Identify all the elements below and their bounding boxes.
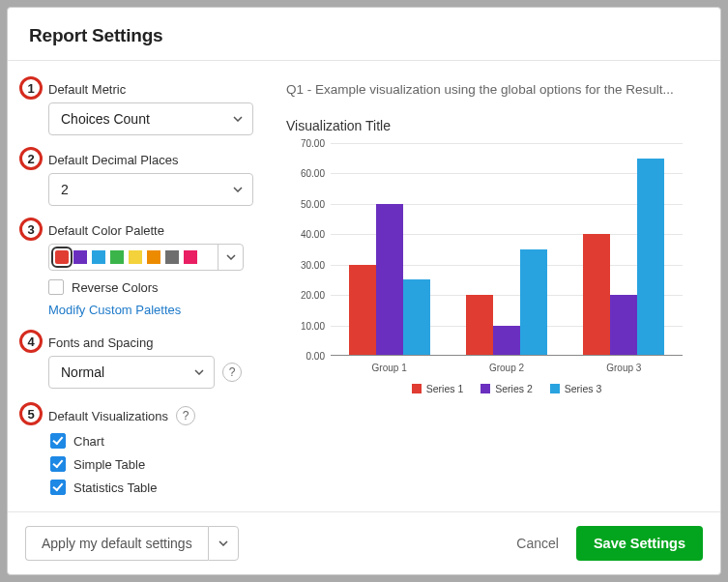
legend-item: Series 2	[480, 383, 533, 394]
default-decimal-label: Default Decimal Places	[48, 153, 259, 167]
reverse-colors-checkbox[interactable]	[48, 279, 64, 295]
viz-option-checkbox[interactable]	[50, 456, 66, 472]
viz-help-icon[interactable]: ?	[176, 406, 195, 425]
modify-custom-palettes-link[interactable]: Modify Custom Palettes	[48, 303, 181, 317]
x-axis-label: Group 2	[489, 363, 524, 373]
color-palette-picker[interactable]	[48, 244, 244, 271]
palette-swatch[interactable]	[147, 250, 160, 264]
default-viz-label: Default Visualizations	[48, 409, 168, 423]
palette-swatch[interactable]	[92, 250, 105, 264]
y-axis-tick: 40.00	[301, 229, 325, 240]
chevron-down-icon	[194, 369, 204, 375]
default-metric-select[interactable]: Choices Count	[48, 102, 253, 135]
bar	[610, 295, 637, 356]
bar	[493, 326, 520, 356]
palette-swatch[interactable]	[165, 250, 179, 264]
legend-label: Series 2	[495, 383, 533, 394]
y-axis-tick: 0.00	[306, 351, 325, 362]
step-badge-3: 3	[19, 218, 43, 241]
cancel-button[interactable]: Cancel	[499, 526, 576, 561]
legend-item: Series 1	[412, 383, 464, 394]
x-axis-label: Group 1	[372, 363, 407, 373]
y-axis-tick: 10.00	[301, 320, 325, 331]
viz-option-checkbox[interactable]	[50, 433, 66, 449]
palette-swatch[interactable]	[73, 250, 87, 264]
fonts-help-icon[interactable]: ?	[222, 363, 242, 382]
palette-swatch[interactable]	[129, 250, 142, 264]
step-badge-1: 1	[19, 76, 43, 100]
palette-swatch[interactable]	[55, 250, 69, 264]
y-axis-tick: 70.00	[301, 138, 325, 149]
preview-header: Q1 - Example visualization using the glo…	[286, 82, 701, 97]
palette-dropdown-button[interactable]	[218, 245, 243, 270]
default-decimal-select[interactable]: 2	[48, 173, 253, 206]
preview-panel: Q1 - Example visualization using the glo…	[269, 61, 720, 511]
fonts-spacing-value: Normal	[61, 364, 104, 380]
step-badge-4: 4	[19, 330, 43, 353]
step-badge-5: 5	[19, 402, 43, 425]
reverse-colors-label: Reverse Colors	[72, 280, 159, 295]
bar	[403, 279, 430, 356]
viz-option-label: Chart	[73, 434, 104, 449]
default-metric-value: Choices Count	[61, 111, 150, 127]
legend-label: Series 1	[426, 383, 464, 394]
y-axis-tick: 20.00	[301, 290, 325, 301]
settings-panel: 1 Default Metric Choices Count 2 Default…	[8, 61, 269, 511]
preview-chart: 0.0010.0020.0030.0040.0050.0060.0070.00 …	[286, 143, 692, 394]
bar	[349, 265, 376, 356]
report-settings-modal: Report Settings 1 Default Metric Choices…	[7, 7, 721, 575]
default-decimal-value: 2	[61, 182, 69, 197]
default-metric-label: Default Metric	[48, 82, 259, 97]
chart-title: Visualization Title	[286, 118, 701, 133]
apply-defaults-button[interactable]: Apply my default settings	[25, 526, 208, 561]
viz-option-label: Simple Table	[73, 457, 145, 472]
save-settings-button[interactable]: Save Settings	[576, 526, 703, 561]
bar	[466, 295, 493, 356]
default-palette-label: Default Color Palette	[48, 223, 259, 238]
legend-label: Series 3	[565, 383, 602, 394]
viz-option-checkbox[interactable]	[50, 480, 66, 495]
palette-swatch[interactable]	[184, 250, 197, 264]
viz-option-label: Statistics Table	[73, 480, 157, 495]
fonts-spacing-label: Fonts and Spacing	[48, 335, 259, 350]
y-axis-tick: 60.00	[301, 168, 325, 179]
bar	[520, 249, 547, 356]
palette-swatch[interactable]	[110, 250, 124, 264]
legend-item: Series 3	[550, 383, 602, 394]
legend-swatch	[550, 384, 560, 393]
apply-defaults-dropdown[interactable]	[208, 526, 239, 561]
modal-title: Report Settings	[29, 25, 699, 46]
chevron-down-icon	[233, 187, 243, 192]
fonts-spacing-select[interactable]: Normal	[48, 356, 215, 389]
chevron-down-icon	[233, 116, 243, 122]
legend-swatch	[412, 384, 422, 393]
legend-swatch	[480, 384, 490, 393]
bar	[583, 234, 610, 356]
x-axis-label: Group 3	[606, 363, 641, 373]
bar	[376, 204, 403, 356]
y-axis-tick: 30.00	[301, 259, 325, 270]
step-badge-2: 2	[19, 147, 43, 170]
bar	[637, 159, 664, 356]
y-axis-tick: 50.00	[301, 198, 325, 209]
